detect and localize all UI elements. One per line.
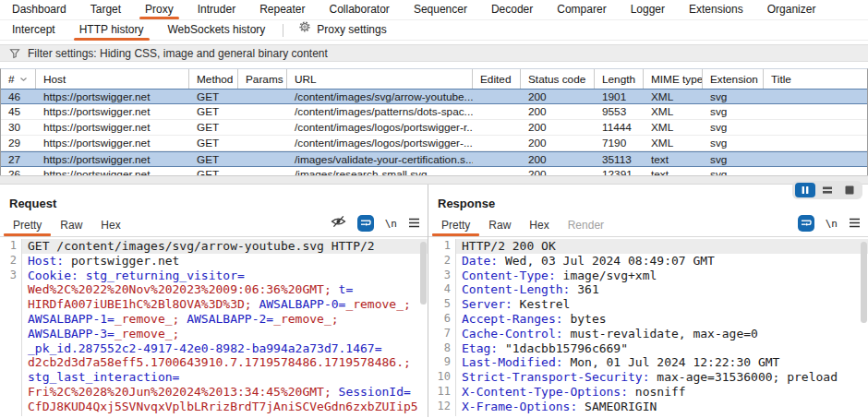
response-line: 4Content-Length: 361 <box>428 282 868 297</box>
response-line-text: Date: Wed, 03 Jul 2024 08:49:07 GMT <box>456 254 715 269</box>
eye-crossed-icon[interactable] <box>331 215 346 232</box>
pause-icon[interactable] <box>795 183 815 197</box>
response-line-text: Last-Modified: Mon, 01 Jul 2024 12:22:30… <box>456 355 779 370</box>
sub-tab-websockets-history[interactable]: WebSockets history <box>156 20 278 41</box>
response-tab-pretty[interactable]: Pretty <box>432 215 479 236</box>
sub-tab-http-history[interactable]: HTTP history <box>67 20 156 41</box>
newline-icon[interactable]: \n <box>826 218 838 230</box>
line-number <box>0 355 22 370</box>
cell-extension: svg <box>703 121 764 134</box>
cell-num: 46 <box>1 90 36 103</box>
column-label: Length <box>602 73 635 86</box>
hamburger-menu-icon[interactable] <box>408 215 420 232</box>
main-tab-sequencer[interactable]: Sequencer <box>402 0 479 20</box>
main-tab-decoder[interactable]: Decoder <box>479 0 545 20</box>
main-tab-intruder[interactable]: Intruder <box>186 0 247 20</box>
rows-layout-icon[interactable] <box>817 183 838 197</box>
column-header-length[interactable]: Length <box>595 69 644 89</box>
main-tab-proxy[interactable]: Proxy <box>133 0 186 20</box>
request-line: d2cb2d3d7a58eff5.1700643910.7.1719578486… <box>0 355 428 370</box>
table-row[interactable]: 30https://portswigger.netGET/content/ima… <box>1 120 867 136</box>
response-line-text: Strict-Transport-Security: max-age=31536… <box>456 370 838 385</box>
request-tab-hex[interactable]: Hex <box>91 215 129 236</box>
response-tab-raw[interactable]: Raw <box>479 215 520 236</box>
cell-num: 29 <box>1 137 36 149</box>
column-header-num[interactable]: # <box>1 69 36 89</box>
response-tab-render[interactable]: Render <box>559 215 613 236</box>
response-line-text: X-Frame-Options: SAMEORIGIN <box>456 400 657 414</box>
main-tab-dashboard[interactable]: Dashboard <box>0 0 78 20</box>
response-line: 5Server: Kestrel <box>428 297 868 312</box>
main-tab-repeater[interactable]: Repeater <box>247 0 317 20</box>
table-row[interactable]: 45https://portswigger.netGET/content/ima… <box>1 104 867 120</box>
line-number: 1 <box>428 239 456 254</box>
response-tab-hex[interactable]: Hex <box>520 215 558 236</box>
column-label: Status code <box>528 73 585 86</box>
wrap-lines-icon[interactable] <box>357 215 374 232</box>
column-label: URL <box>295 73 317 86</box>
line-number: 6 <box>428 312 456 327</box>
cell-url: /images/research-small.svg <box>287 168 473 175</box>
main-tab-organizer[interactable]: Organizer <box>755 0 828 20</box>
column-header-params[interactable]: Params <box>238 69 287 89</box>
response-line: 9Last-Modified: Mon, 01 Jul 2024 12:22:3… <box>428 355 868 370</box>
request-line: AWSALBAPP-3=_remove_; <box>0 327 428 341</box>
proxy-settings-label: Proxy settings <box>317 20 386 40</box>
response-line-text: Cache-Control: must-revalidate, max-age=… <box>456 327 758 341</box>
column-header-method[interactable]: Method <box>189 69 238 89</box>
table-row[interactable]: 26https://portswigger.netGET/images/rese… <box>1 167 867 175</box>
horizontal-splitter[interactable] <box>0 175 868 185</box>
response-line: 12X-Frame-Options: SAMEORIGIN <box>428 400 868 414</box>
request-editor[interactable]: 1GET /content/images/svg/arrow-youtube.s… <box>0 236 428 416</box>
line-number: 10 <box>428 370 456 385</box>
main-tab-extensions[interactable]: Extensions <box>677 0 755 20</box>
response-editor[interactable]: 1HTTP/2 200 OK2Date: Wed, 03 Jul 2024 08… <box>428 236 868 416</box>
table-row[interactable]: 29https://portswigger.netGET/content/ima… <box>1 136 867 151</box>
filter-settings-bar[interactable]: Filter settings: Hiding CSS, image and g… <box>0 44 868 62</box>
table-row[interactable]: 46https://portswigger.netGET/content/ima… <box>1 89 867 104</box>
request-line-text: Fri%2C%2028%20Jun%202024%2013:34:45%20GM… <box>22 385 411 400</box>
main-tab-collaborator[interactable]: Collaborator <box>318 0 402 20</box>
request-scrollbar[interactable] <box>420 242 427 305</box>
wrap-lines-icon[interactable] <box>798 215 814 232</box>
cell-method: GET <box>189 168 238 175</box>
line-number <box>0 327 22 341</box>
request-line-text: AWSALBAPP-3=_remove_; <box>22 327 179 341</box>
request-tab-raw[interactable]: Raw <box>51 215 91 236</box>
response-line-text: Server: Kestrel <box>456 297 570 312</box>
column-header-mime-type[interactable]: MIME type <box>644 69 703 89</box>
newline-icon[interactable]: \n <box>385 218 397 230</box>
column-header-title[interactable]: Title <box>764 69 867 89</box>
column-header-host[interactable]: Host <box>36 69 189 89</box>
cell-status-code: 200 <box>521 90 595 103</box>
column-header-url[interactable]: URL <box>287 69 473 89</box>
line-number <box>0 400 22 414</box>
main-tab-target[interactable]: Target <box>78 0 133 20</box>
main-tab-comparer[interactable]: Comparer <box>545 0 618 20</box>
cell-num: 27 <box>1 153 36 166</box>
hamburger-menu-icon[interactable] <box>849 215 861 232</box>
response-line-text: Content-Length: 361 <box>456 282 599 297</box>
request-line: CfDJ8KUD4Qxj5SVNvqxVplbLRrizBrdT7jAniSCV… <box>0 400 428 414</box>
single-layout-icon[interactable] <box>839 183 860 197</box>
request-line: AWSALBAPP-1=_remove_; AWSALBAPP-2=_remov… <box>0 312 428 327</box>
response-scrollbar[interactable] <box>861 242 867 323</box>
cell-extension: svg <box>703 90 764 103</box>
cell-method: GET <box>189 90 238 103</box>
column-header-status-code[interactable]: Status code <box>521 69 595 89</box>
request-line: 3Cookie: stg_returning_visitor= <box>0 269 428 283</box>
proxy-settings-button[interactable]: Proxy settings <box>293 20 392 41</box>
request-line-text: Host: portswigger.net <box>22 254 179 269</box>
request-line: _pk_id.287552c2-4917-42e0-8982-ba994a2a7… <box>0 341 428 356</box>
main-tab-logger[interactable]: Logger <box>619 0 677 20</box>
request-toolbar: \n <box>331 215 420 232</box>
chevron-down-icon <box>19 77 28 82</box>
table-row[interactable]: 27https://portswigger.netGET/images/vali… <box>1 151 867 167</box>
sub-tab-intercept[interactable]: Intercept <box>0 20 67 41</box>
request-tab-pretty[interactable]: Pretty <box>4 215 51 236</box>
column-header-edited[interactable]: Edited <box>473 69 521 89</box>
response-line: 8Etag: "1dacbb15796c669" <box>428 341 868 356</box>
layout-switcher <box>792 181 862 199</box>
column-header-extension[interactable]: Extension <box>703 69 764 89</box>
line-number <box>0 414 22 416</box>
